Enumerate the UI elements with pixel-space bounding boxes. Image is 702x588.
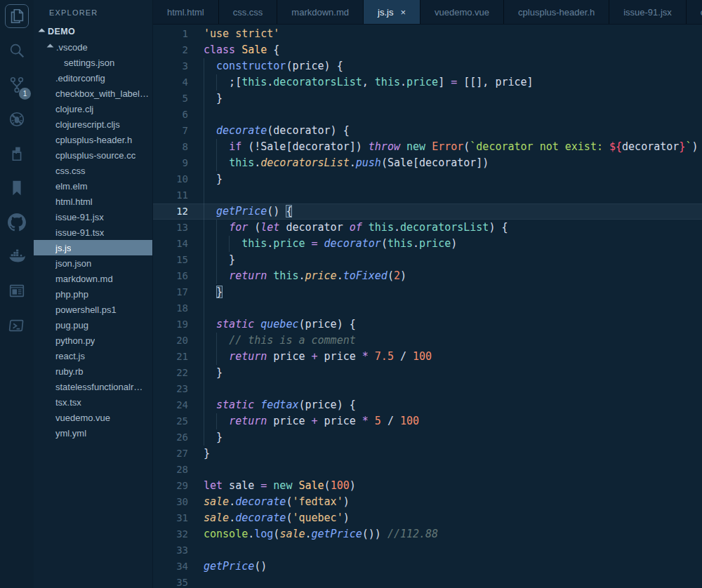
file-item-js.js[interactable]: js.js [34,240,152,255]
docker-icon[interactable] [5,245,29,269]
line-text[interactable] [204,542,702,559]
file-item-markdown.md[interactable]: markdown.md [34,271,152,286]
line-number[interactable]: 2 [153,42,188,58]
line-text[interactable]: sale.decorate('quebec') [204,510,702,526]
code-line[interactable]: 13 for (let decorator of this.decorators… [153,220,702,236]
line-text[interactable] [204,462,702,478]
file-item-html.html[interactable]: html.html [34,194,152,209]
line-number[interactable]: 18 [153,300,188,316]
tab-js.js[interactable]: js.js× [364,0,420,24]
line-number[interactable]: 30 [153,494,188,510]
code-line[interactable]: 15 } [153,252,702,268]
code-line[interactable]: 35 [153,575,702,588]
line-text[interactable]: decorate(decorator) { [204,123,702,139]
code-line[interactable]: 18 [153,300,702,316]
github-icon[interactable] [5,211,29,234]
line-number[interactable]: 12 [153,203,188,220]
file-item-tsx.tsx[interactable]: tsx.tsx [34,394,152,410]
line-number[interactable]: 1 [153,26,188,42]
line-text[interactable]: } [204,171,702,187]
code-line[interactable]: 30sale.decorate('fedtax') [153,494,702,510]
line-text[interactable]: } [204,91,702,107]
code-line[interactable]: 29let sale = new Sale(100) [153,478,702,494]
line-text[interactable]: sale.decorate('fedtax') [204,494,702,510]
file-item-cplusplus-header.h[interactable]: cplusplus-header.h [34,132,152,147]
line-number[interactable]: 26 [153,429,188,446]
line-text[interactable]: } [204,252,702,268]
code-line[interactable]: 14 this.price = decorator(this.price) [153,236,702,252]
line-number[interactable]: 19 [153,316,188,333]
line-number[interactable]: 5 [153,91,188,107]
code-line[interactable]: 34getPrice() [153,559,702,575]
code-line[interactable]: 25 return price + price * 5 / 100 [153,413,702,429]
explorer-icon[interactable] [5,4,29,28]
line-text[interactable]: // this is a comment [204,333,702,349]
code-line[interactable]: 19 static quebec(price) { [153,316,702,333]
code-line[interactable]: 2class Sale { [153,42,702,58]
code-line[interactable]: 32console.log(sale.getPrice()) //112.88 [153,526,702,542]
line-number[interactable]: 23 [153,381,188,397]
file-item-json.json[interactable]: json.json [34,255,152,271]
tab-cp[interactable]: cp [687,0,702,24]
line-text[interactable]: let sale = new Sale(100) [204,478,702,494]
line-number[interactable]: 20 [153,333,188,349]
folder-item-.vscode[interactable]: .vscode [34,39,152,55]
line-text[interactable]: getPrice() { [204,203,702,220]
line-number[interactable]: 14 [153,236,188,252]
line-number[interactable]: 6 [153,107,188,123]
line-text[interactable] [204,575,702,588]
code-line[interactable]: 7 decorate(decorator) { [153,123,702,139]
line-text[interactable]: getPrice() [204,559,702,575]
line-number[interactable]: 11 [153,187,188,203]
line-text[interactable]: return price + price * 5 / 100 [204,413,702,429]
line-number[interactable]: 32 [153,526,188,542]
code-line[interactable]: 6 [153,107,702,123]
code-line[interactable]: 9 this.decoratorsList.push(Sale[decorato… [153,155,702,171]
line-number[interactable]: 31 [153,510,188,526]
tab-html.html[interactable]: html.html [153,0,219,24]
bookmark-icon[interactable] [5,176,29,200]
line-number[interactable]: 10 [153,171,188,187]
code-line[interactable]: 26 } [153,429,702,446]
file-item-vuedemo.vue[interactable]: vuedemo.vue [34,410,152,425]
file-item-elm.elm[interactable]: elm.elm [34,178,152,194]
file-item-issue-91.tsx[interactable]: issue-91.tsx [34,225,152,240]
file-item-clojure.clj[interactable]: clojure.clj [34,101,152,116]
tab-vuedemo.vue[interactable]: vuedemo.vue [420,0,504,24]
code-line[interactable]: 17 } [153,284,702,300]
code-line[interactable]: 27} [153,446,702,462]
line-text[interactable] [204,107,702,123]
code-line[interactable]: 20 // this is a comment [153,333,702,349]
folder-expand-icon[interactable] [47,44,54,51]
line-number[interactable]: 33 [153,542,188,559]
line-text[interactable]: 'use strict' [204,26,702,42]
line-text[interactable]: return this.price.toFixed(2) [204,268,702,284]
line-text[interactable]: static fedtax(price) { [204,397,702,413]
line-text[interactable]: class Sale { [204,42,702,58]
line-text[interactable]: this.decoratorsList.push(Sale[decorator]… [204,155,702,171]
source-control-icon[interactable]: 1 [5,73,29,97]
file-item-cplusplus-source.cc[interactable]: cplusplus-source.cc [34,147,152,163]
code-line[interactable]: 3 constructor(price) { [153,58,702,74]
line-number[interactable]: 15 [153,252,188,268]
line-text[interactable]: for (let decorator of this.decoratorsLis… [204,220,702,236]
line-text[interactable]: if (!Sale[decorator]) throw new Error(`d… [204,139,702,155]
line-number[interactable]: 7 [153,123,188,139]
code-line[interactable]: 28 [153,462,702,478]
powershell-icon[interactable] [5,314,29,338]
tab-markdown.md[interactable]: markdown.md [277,0,364,24]
file-item-css.css[interactable]: css.css [34,163,152,178]
preview-window-icon[interactable] [5,279,29,303]
tab-close-icon[interactable]: × [400,7,406,18]
line-number[interactable]: 4 [153,74,188,91]
file-item-ruby.rb[interactable]: ruby.rb [34,363,152,379]
line-number[interactable]: 28 [153,462,188,478]
line-text[interactable]: } [204,365,702,381]
debug-off-icon[interactable] [5,107,29,131]
line-text[interactable] [204,300,702,316]
file-item-checkbox_with_label[interactable]: checkbox_with_label… [34,86,152,101]
line-number[interactable]: 9 [153,155,188,171]
file-item-issue-91.jsx[interactable]: issue-91.jsx [34,209,152,225]
code-editor[interactable]: 1'use strict'2class Sale {3 constructor(… [153,25,702,588]
file-item-powershell.ps1[interactable]: powershell.ps1 [34,302,152,317]
